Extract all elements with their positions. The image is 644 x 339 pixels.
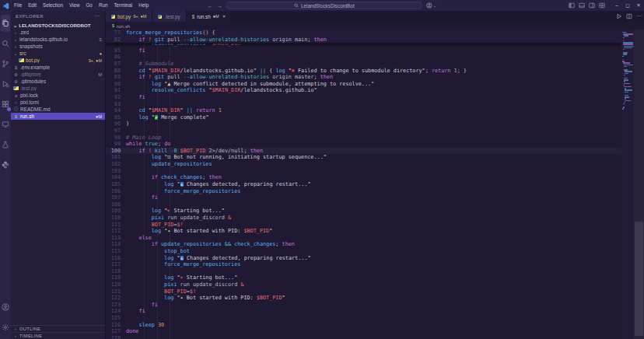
line-number[interactable]: 121	[106, 288, 126, 295]
code-line[interactable]: 116 log "↻ Changes detected, preparing r…	[106, 255, 621, 262]
close-tab-icon[interactable]: ✕	[222, 14, 226, 19]
line-number[interactable]: 127	[106, 328, 126, 335]
code-line[interactable]: 103	[106, 168, 621, 175]
code-area[interactable]: 77force_merge_repositories() {82 if ! gi…	[106, 30, 621, 339]
menu-help[interactable]: Help	[135, 0, 152, 11]
activity-settings-icon[interactable]	[0, 317, 11, 337]
code-line[interactable]: 117 force_merge_repositories	[106, 261, 621, 268]
code-line[interactable]: 95 log "✔ Merge complete"	[106, 114, 621, 121]
code-line[interactable]: 93	[106, 101, 621, 108]
code-line[interactable]: 77force_merge_repositories() {	[106, 30, 621, 37]
scrollbar-thumb[interactable]	[635, 222, 643, 336]
line-number[interactable]: 114	[106, 241, 126, 248]
activity-testing-icon[interactable]	[0, 135, 11, 155]
line-number[interactable]: 77	[106, 30, 126, 37]
menu-selection[interactable]: Selection	[40, 0, 66, 11]
line-number[interactable]: 91	[106, 87, 126, 94]
line-number[interactable]: 119	[106, 274, 126, 281]
forward-icon[interactable]: →	[217, 3, 222, 9]
code-line[interactable]: 115 stop_bot	[106, 248, 621, 255]
code-line[interactable]: 107 fi	[106, 194, 621, 201]
line-number[interactable]: 100	[106, 148, 126, 155]
toggle-secondary-sidebar-icon[interactable]	[589, 2, 595, 9]
line-number[interactable]: 110	[106, 215, 126, 222]
code-line[interactable]: 100 if ! kill -0 $BOT_PID 2>/dev/null; t…	[106, 148, 621, 155]
code-line[interactable]: 90 log "▲ Merge conflict detected in sub…	[106, 81, 621, 88]
code-line[interactable]: 119 log "➤ Starting bot..."	[106, 274, 621, 281]
line-number[interactable]: 96	[106, 121, 126, 128]
line-number[interactable]: 104	[106, 174, 126, 181]
tree-file-pixi.lock[interactable]: ≡pixi.lock	[11, 92, 105, 99]
activity-run-debug-icon[interactable]	[0, 74, 11, 94]
tab-.test.py[interactable]: .test.py	[152, 11, 186, 22]
code-line[interactable]: 94 cd "$MAIN_DIR" || return 1	[106, 107, 621, 114]
section-timeline[interactable]: ›TIMELINE	[11, 332, 105, 339]
line-number[interactable]: 108	[106, 201, 126, 208]
line-number[interactable]: 90	[106, 81, 126, 88]
code-line[interactable]: 111 BOT_PID=$!	[106, 222, 621, 229]
line-number[interactable]: 89	[106, 74, 126, 81]
close-button[interactable]: ✕	[633, 0, 644, 11]
menu-terminal[interactable]: Terminal	[110, 0, 135, 11]
line-number[interactable]: 87	[106, 61, 126, 68]
line-number[interactable]: 99	[106, 141, 126, 148]
code-line[interactable]: 120 pixi run update_discord &	[106, 281, 621, 288]
line-number[interactable]: 117	[106, 261, 126, 268]
line-number[interactable]: 120	[106, 281, 126, 288]
code-line[interactable]: 86	[106, 54, 621, 61]
activity-source-control-icon[interactable]	[0, 54, 11, 74]
code-line[interactable]: 108	[106, 201, 621, 208]
tree-file-pixi.toml[interactable]: ○pixi.toml	[11, 99, 105, 106]
code-line[interactable]: 126 sleep 30	[106, 322, 621, 329]
activity-explorer-icon[interactable]	[0, 13, 11, 33]
line-number[interactable]: 93	[106, 101, 126, 108]
tree-file-.test.py[interactable]: .test.py	[11, 85, 105, 92]
code-line[interactable]: 104 if check_changes; then	[106, 174, 621, 181]
line-number[interactable]: 97	[106, 128, 126, 135]
code-line[interactable]: 124 fi	[106, 308, 621, 315]
line-number[interactable]: 118	[106, 268, 126, 275]
tree-file-readme.md[interactable]: ⓘREADME.md	[11, 106, 105, 113]
section-outline[interactable]: ›OUTLINE	[11, 325, 105, 332]
minimap[interactable]	[621, 30, 634, 339]
activity-search-icon[interactable]	[0, 33, 11, 54]
line-number[interactable]: 102	[106, 161, 126, 168]
line-number[interactable]: 105	[106, 181, 126, 188]
tree-file-.env.example[interactable]: $.env.example	[11, 64, 105, 71]
code-line[interactable]: 88 cd "$MAIN_DIR/lelandstocks.github.io"…	[106, 68, 621, 75]
vertical-scrollbar[interactable]	[634, 30, 644, 339]
code-line[interactable]: 114 if update_repositories && check_chan…	[106, 241, 621, 248]
line-number[interactable]: 128	[106, 335, 126, 339]
menu-go[interactable]: Go	[82, 0, 95, 11]
back-icon[interactable]: ←	[208, 3, 213, 9]
code-line[interactable]: 97	[106, 128, 621, 135]
code-line[interactable]: 85 fi	[106, 47, 621, 54]
line-number[interactable]: 112	[106, 228, 126, 235]
code-line[interactable]: 87 # Submodule	[106, 61, 621, 68]
minimize-button[interactable]: –	[611, 0, 622, 11]
more-actions-icon[interactable]: ⋯	[636, 13, 642, 19]
sticky-scroll[interactable]: 77force_merge_repositories() {82 if ! gi…	[106, 30, 621, 44]
line-number[interactable]: 109	[106, 208, 126, 215]
split-editor-icon[interactable]	[626, 13, 632, 19]
menu-file[interactable]: File	[11, 0, 25, 11]
code-line[interactable]: 113 else	[106, 235, 621, 242]
code-line[interactable]: 109 log "➤ Starting bot..."	[106, 208, 621, 215]
line-number[interactable]: 86	[106, 54, 126, 61]
line-number[interactable]: 107	[106, 194, 126, 201]
run-file-icon[interactable]	[616, 13, 622, 19]
profile-menu[interactable]: ⌄	[426, 2, 436, 9]
code-line[interactable]: 82 if ! git pull --allow-unrelated-histo…	[106, 37, 621, 44]
code-line[interactable]: 122 log "✦ Bot started with PID: $BOT_PI…	[106, 295, 621, 302]
code-line[interactable]: 106 force_merge_repositories	[106, 188, 621, 195]
code-line[interactable]: 101 log "⊡ Bot not running, initiating s…	[106, 154, 621, 161]
code-line[interactable]: 92 fi	[106, 94, 621, 101]
tree-folder-src[interactable]: ⌄src●	[11, 50, 105, 57]
code-line[interactable]: 112 log "✦ Bot started with PID: $BOT_PI…	[106, 228, 621, 235]
tree-file-.gitmodules[interactable]: ⚙.gitmodules	[11, 78, 105, 85]
line-number[interactable]: 92	[106, 94, 126, 101]
toggle-panel-icon[interactable]	[579, 2, 585, 9]
menu-run[interactable]: Run	[96, 0, 111, 11]
workspace-root-row[interactable]: ⌄ LELANDSTOCKSDISCORDBOT	[11, 21, 105, 29]
line-number[interactable]	[106, 44, 126, 44]
